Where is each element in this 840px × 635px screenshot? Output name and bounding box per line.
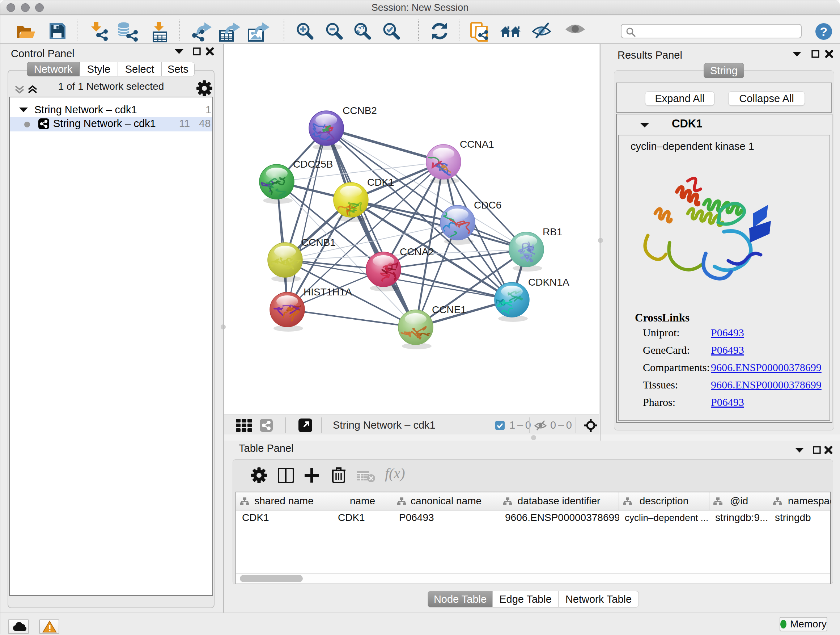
svg-text:RB1: RB1 bbox=[543, 226, 562, 238]
svg-text:CCNE1: CCNE1 bbox=[432, 304, 466, 315]
svg-text:CCNA2: CCNA2 bbox=[400, 246, 434, 257]
svg-text:CCNA1: CCNA1 bbox=[460, 139, 494, 150]
svg-text:CDC25B: CDC25B bbox=[293, 158, 333, 170]
svg-text:CDK1: CDK1 bbox=[367, 177, 394, 188]
svg-text:CCNB1: CCNB1 bbox=[302, 237, 336, 248]
svg-text:CDC6: CDC6 bbox=[474, 200, 501, 211]
svg-text:CCNB2: CCNB2 bbox=[343, 105, 377, 116]
svg-text:HIST1H1A: HIST1H1A bbox=[303, 287, 352, 298]
svg-text:CDKN1A: CDKN1A bbox=[528, 277, 569, 288]
